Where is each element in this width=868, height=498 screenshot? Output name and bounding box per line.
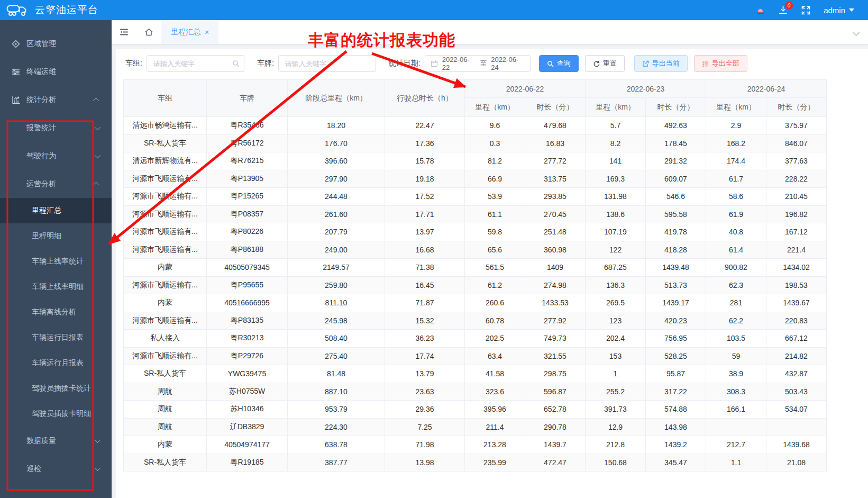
sidebar-item-driver-card-plug-detail[interactable]: 驾驶员插拔卡明细 <box>0 401 112 427</box>
sidebar-item-driving-behavior[interactable]: 驾驶行为 <box>0 142 112 170</box>
mileage-link[interactable]: 245.98 <box>288 312 385 330</box>
mileage-link[interactable]: 900.82 <box>706 259 766 277</box>
mileage-link[interactable]: 58.6 <box>706 188 766 206</box>
mileage-link[interactable]: 211.4 <box>465 418 525 436</box>
mileage-link[interactable]: 40.8 <box>706 223 766 241</box>
mileage-link[interactable]: 259.80 <box>288 276 385 294</box>
mileage-link[interactable]: 131.98 <box>586 188 646 206</box>
sidebar-item-mileage-detail[interactable]: 里程明细 <box>0 223 112 249</box>
mileage-link[interactable]: 66.9 <box>465 170 525 188</box>
mileage-link[interactable]: 213.28 <box>465 436 525 454</box>
mileage-link[interactable]: 136.3 <box>586 276 646 294</box>
mileage-link[interactable]: 2.9 <box>706 117 766 135</box>
mileage-link[interactable]: 138.6 <box>586 205 646 223</box>
reset-button[interactable]: 重置 <box>585 55 625 72</box>
mileage-link[interactable]: 174.4 <box>706 152 766 170</box>
mileage-link[interactable]: 18.20 <box>288 117 385 135</box>
mileage-link[interactable]: 103.5 <box>706 330 766 348</box>
mileage-link[interactable]: 168.2 <box>706 134 766 152</box>
mileage-link[interactable]: 61.9 <box>706 205 766 223</box>
mileage-link[interactable]: 63.4 <box>465 347 525 365</box>
mileage-link[interactable]: 62.3 <box>706 276 766 294</box>
sidebar-item-terminal-ops[interactable]: 终端运维 <box>0 58 112 86</box>
mileage-link[interactable]: 953.79 <box>288 401 385 419</box>
mileage-link[interactable]: 244.48 <box>288 188 385 206</box>
mileage-link[interactable]: 687.25 <box>586 259 646 277</box>
mileage-link[interactable]: 638.78 <box>288 436 385 454</box>
mileage-link[interactable]: 81.2 <box>465 152 525 170</box>
date-range-picker[interactable]: 2022-06-22 至 2022-06-24 <box>425 55 531 72</box>
mileage-link[interactable]: 153 <box>586 347 646 365</box>
mileage-link[interactable]: 387.77 <box>288 454 385 472</box>
sidebar-item-operation-analysis[interactable]: 运营分析 <box>0 170 112 198</box>
home-icon[interactable] <box>136 20 161 44</box>
mileage-link[interactable]: 166.1 <box>706 401 766 419</box>
mileage-link[interactable]: 1 <box>586 365 646 383</box>
download-icon[interactable]: 0 <box>778 5 788 15</box>
mileage-link[interactable]: 81.48 <box>288 365 385 383</box>
mileage-link[interactable]: 62.2 <box>706 312 766 330</box>
sidebar-item-region-management[interactable]: 区域管理 <box>0 30 112 58</box>
search-button[interactable]: 查询 <box>539 55 579 72</box>
mileage-link[interactable]: 202.4 <box>586 330 646 348</box>
mileage-link[interactable]: 261.60 <box>288 205 385 223</box>
tab-close-icon[interactable]: × <box>205 29 209 36</box>
mileage-link[interactable]: 212.7 <box>706 436 766 454</box>
user-menu[interactable]: admin <box>824 6 854 15</box>
mileage-link[interactable]: 308.3 <box>706 383 766 401</box>
mileage-link[interactable]: 65.6 <box>465 241 525 259</box>
mileage-link[interactable]: 561.5 <box>465 259 525 277</box>
mileage-link[interactable]: 207.79 <box>288 223 385 241</box>
mileage-link[interactable]: 9.6 <box>465 117 525 135</box>
mileage-link[interactable]: 395.96 <box>465 401 525 419</box>
mileage-link[interactable]: 150.68 <box>586 454 646 472</box>
sidebar-item-stats-analysis[interactable]: 统计分析 <box>0 86 112 114</box>
sidebar-item-vehicle-monthly-report[interactable]: 车辆运行月报表 <box>0 350 112 376</box>
sidebar-item-vehicle-offline-analysis[interactable]: 车辆离线分析 <box>0 300 112 325</box>
mileage-link[interactable]: 396.60 <box>288 152 385 170</box>
tabbar-collapse-chevron[interactable] <box>854 28 868 37</box>
mileage-link[interactable]: 281 <box>706 294 766 312</box>
fullscreen-icon[interactable] <box>801 5 811 15</box>
vehicle-group-input[interactable] <box>147 55 244 72</box>
mileage-link[interactable]: 297.90 <box>288 170 385 188</box>
mileage-link[interactable]: 235.99 <box>465 454 525 472</box>
mileage-link[interactable]: 260.6 <box>465 294 525 312</box>
tab-mileage-summary[interactable]: 里程汇总 × <box>161 20 218 44</box>
mileage-link[interactable]: 255.2 <box>586 383 646 401</box>
export-current-button[interactable]: 导出当前 <box>634 55 688 72</box>
mileage-link[interactable]: 275.40 <box>288 347 385 365</box>
mileage-link[interactable]: 249.00 <box>288 241 385 259</box>
mileage-link[interactable]: 12.9 <box>586 418 646 436</box>
mileage-link[interactable]: 107.19 <box>586 223 646 241</box>
export-all-button[interactable]: 导出全部 <box>694 55 747 72</box>
mileage-link[interactable]: 141 <box>586 152 646 170</box>
mileage-link[interactable]: 5.7 <box>586 117 646 135</box>
sidebar-item-vehicle-online-rate-stats[interactable]: 车辆上线率统计 <box>0 249 112 274</box>
mileage-link[interactable]: 2149.57 <box>288 259 385 277</box>
sidebar-item-vehicle-daily-report[interactable]: 车辆运行日报表 <box>0 325 112 350</box>
collapse-menu-icon[interactable] <box>112 20 136 44</box>
mileage-link[interactable]: 53.9 <box>465 188 525 206</box>
mileage-link[interactable]: 887.10 <box>288 383 385 401</box>
mileage-link[interactable]: 811.10 <box>288 294 385 312</box>
mileage-link[interactable]: 59 <box>706 347 766 365</box>
mileage-link[interactable]: 508.40 <box>288 330 385 348</box>
mileage-link[interactable]: 41.58 <box>465 365 525 383</box>
sidebar-item-data-quality[interactable]: 数据质量 <box>0 427 112 455</box>
mileage-link[interactable]: 169.3 <box>586 170 646 188</box>
mileage-link[interactable]: 123 <box>586 312 646 330</box>
mileage-link[interactable]: 61.1 <box>465 205 525 223</box>
mileage-link[interactable]: 122 <box>586 241 646 259</box>
mileage-link[interactable]: 224.30 <box>288 418 385 436</box>
sidebar-item-inspection[interactable]: 巡检 <box>0 455 112 483</box>
sidebar-item-driver-card-plug-stats[interactable]: 驾驶员插拔卡统计 <box>0 376 112 401</box>
mileage-link[interactable]: 0.3 <box>465 134 525 152</box>
mileage-link[interactable]: 212.8 <box>586 436 646 454</box>
sidebar-item-alarm-stats[interactable]: 报警统计 <box>0 114 112 142</box>
alarm-light-icon[interactable] <box>755 5 765 15</box>
sidebar-item-mileage-summary[interactable]: 里程汇总 <box>0 198 112 223</box>
mileage-link[interactable]: 176.70 <box>288 134 385 152</box>
mileage-link[interactable]: 60.78 <box>465 312 525 330</box>
mileage-link[interactable]: 1.1 <box>706 454 766 472</box>
